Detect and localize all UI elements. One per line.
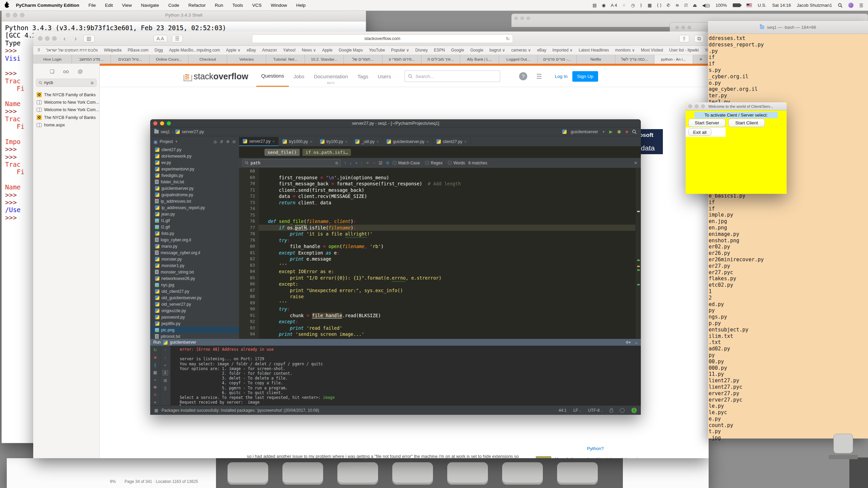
find-option[interactable]: Words <box>448 161 465 165</box>
code-editor[interactable]: 6869707172737475767778798081828384858687… <box>239 168 641 339</box>
checkbox-icon[interactable] <box>448 161 452 165</box>
address-bar[interactable]: stackoverflow.com ↻ <box>252 34 513 43</box>
tree-item[interactable]: l2.gif <box>150 224 239 230</box>
console-output[interactable]: error: [Errno 48] Address already in use… <box>180 347 639 405</box>
so-nav-documentation[interactable]: DocumentationBETA <box>309 66 353 87</box>
tree-item[interactable]: pitronot.txt <box>150 333 239 339</box>
expand-icon[interactable]: » <box>154 400 156 405</box>
menu-item[interactable]: Window <box>271 3 287 8</box>
status-icon[interactable]: ✆ <box>667 3 670 8</box>
favorite-item[interactable]: גלובס זירת העסקים של ישראל <box>46 48 98 53</box>
tree-item[interactable]: client27.py <box>150 146 239 153</box>
code-line[interactable]: print 'sending screen image...' <box>259 331 635 338</box>
code-line[interactable]: client.send(first_message_back) <box>259 187 635 194</box>
browser-tab[interactable]: python - An i... <box>654 55 693 64</box>
favorite-item[interactable]: eBay <box>246 48 256 53</box>
favorite-item[interactable]: Wikipedia <box>104 48 121 53</box>
bookmark-result[interactable]: The NYCB Family of Banks <box>33 91 99 99</box>
remove-filter-icon[interactable]: − <box>373 161 375 165</box>
favorite-item[interactable]: monitors ∨ <box>615 48 635 53</box>
tree-item[interactable]: lists.py <box>150 230 239 237</box>
tree-item[interactable]: l1.gif <box>150 217 239 224</box>
code-line[interactable]: raise <box>259 293 635 300</box>
breadcrumb-project[interactable]: seq1 <box>161 129 170 134</box>
print-icon[interactable]: ⊞ <box>163 378 167 383</box>
so-logo[interactable]: stackoverflow <box>183 71 248 81</box>
find-option[interactable]: Regex <box>425 161 442 165</box>
code-line[interactable]: except: <box>259 319 635 325</box>
status-icon[interactable]: ⟨ ⟩ <box>657 3 662 8</box>
menu-item[interactable]: VCS <box>252 3 262 8</box>
so-nav-jobs[interactable]: Jobs <box>289 66 309 87</box>
close-tab-icon[interactable]: × <box>310 140 312 144</box>
lock-icon[interactable] <box>610 410 613 412</box>
checkbox-icon[interactable] <box>393 161 396 165</box>
editor-tab[interactable]: try100.py× <box>316 137 352 146</box>
status-icon[interactable]: ◷ <box>631 3 635 8</box>
menu-item[interactable]: Tools <box>232 3 243 8</box>
share-icon[interactable]: ⇧ <box>679 35 690 42</box>
close-tab-icon[interactable]: × <box>464 140 466 144</box>
status-icon[interactable]: ⁘ <box>622 3 626 8</box>
tree-item[interactable]: ev.py <box>150 159 239 166</box>
debug-icon[interactable] <box>617 129 622 134</box>
favorite-item[interactable]: Most Visited <box>641 48 663 53</box>
down-stack-icon[interactable]: ↓ <box>164 355 166 360</box>
favorite-item[interactable]: Disney <box>415 48 428 53</box>
code-line[interactable] <box>259 206 635 212</box>
context-chip-function[interactable]: send_file() <box>264 149 300 156</box>
status-icon[interactable]: ▤ <box>593 3 597 8</box>
code-line[interactable]: except Exception as e: <box>259 250 635 256</box>
run-toolwindow-header[interactable]: Run guiclientserver ⚙▾⌄ <box>150 339 641 346</box>
browser-tab[interactable]: 10.2. Standar... <box>305 55 343 64</box>
code-line[interactable] <box>259 168 635 175</box>
run-button[interactable]: ▶ <box>609 129 613 134</box>
close-tab-icon[interactable]: × <box>427 140 429 144</box>
checkbox-icon[interactable] <box>425 161 429 165</box>
spotlight-search-icon[interactable] <box>838 3 843 8</box>
tree-item[interactable]: nyc.jpg <box>150 282 239 288</box>
toolwindow-toggle-icon[interactable]: ▦ <box>154 408 158 413</box>
status-icon[interactable]: ⎚ <box>684 3 688 8</box>
code-line[interactable]: if os.path.isfile(filename): <box>259 225 635 231</box>
context-chip-condition[interactable]: if os.path.isfi… <box>302 149 351 156</box>
browser-tab[interactable]: טיול הצבעים... <box>111 55 150 64</box>
more-icon[interactable]: ⌁ <box>154 378 156 382</box>
code-line[interactable]: print 'it is a file allright!' <box>259 231 635 237</box>
favorite-item[interactable]: Digg <box>155 48 163 53</box>
tree-item[interactable]: message_cyber.org.il <box>150 249 239 256</box>
font-size-button[interactable]: A A <box>154 35 167 42</box>
menu-item[interactable]: Run <box>215 3 223 8</box>
status-icon[interactable]: ◉ <box>602 3 606 8</box>
browser-tab[interactable]: מורים פרטיים -... <box>538 55 576 64</box>
encoding-select[interactable]: UTF-8 <box>588 408 603 413</box>
so-nav-questions[interactable]: Questions <box>256 66 289 87</box>
tree-item[interactable]: experimentsrvr.py <box>150 166 239 172</box>
favorite-item[interactable]: bagrut ∨ <box>490 48 505 53</box>
code-line[interactable]: try: <box>259 237 635 244</box>
tree-item[interactable]: old_client27.py <box>150 288 239 294</box>
exit-all-button[interactable]: Exit all <box>688 128 711 136</box>
caret-position[interactable]: 44:1 <box>559 408 567 413</box>
locate-icon[interactable]: ◎ <box>214 140 217 144</box>
close-button[interactable] <box>38 36 42 41</box>
bookmark-result[interactable]: Welcome to New York Com... <box>33 106 99 114</box>
favorites-grid-icon[interactable]: ⠿ <box>37 48 40 53</box>
editor-tab[interactable]: client27.py× <box>433 137 471 146</box>
favorite-item[interactable]: Apple MacBo...mputing.com <box>169 48 220 53</box>
menu-clock[interactable]: Sat 14:16 <box>772 3 791 8</box>
find-option[interactable]: Match Case <box>393 161 420 165</box>
so-nav-users[interactable]: Users <box>373 66 396 87</box>
tree-item[interactable]: doHomework.py <box>150 153 239 159</box>
browser-tab[interactable]: כמה צריך לשל... <box>615 55 654 64</box>
code-line[interactable]: print "I/O error({0}): {1}".format(e.err… <box>259 275 635 281</box>
code-line[interactable]: file_handle = open(filename, 'rb') <box>259 243 635 250</box>
browser-tab[interactable]: Online Cours... <box>150 55 188 64</box>
run-configuration-select[interactable]: guiclientserver <box>571 129 598 134</box>
menu-item[interactable]: Refactor <box>188 3 205 8</box>
pause-output-icon[interactable]: ∥ <box>154 363 156 367</box>
bookmark-result[interactable]: home.aspx <box>33 121 99 129</box>
favorite-item[interactable]: Yahoo! <box>283 48 296 53</box>
tree-item[interactable]: pic.png <box>150 327 239 333</box>
favorite-item[interactable]: News ∨ <box>302 48 316 53</box>
